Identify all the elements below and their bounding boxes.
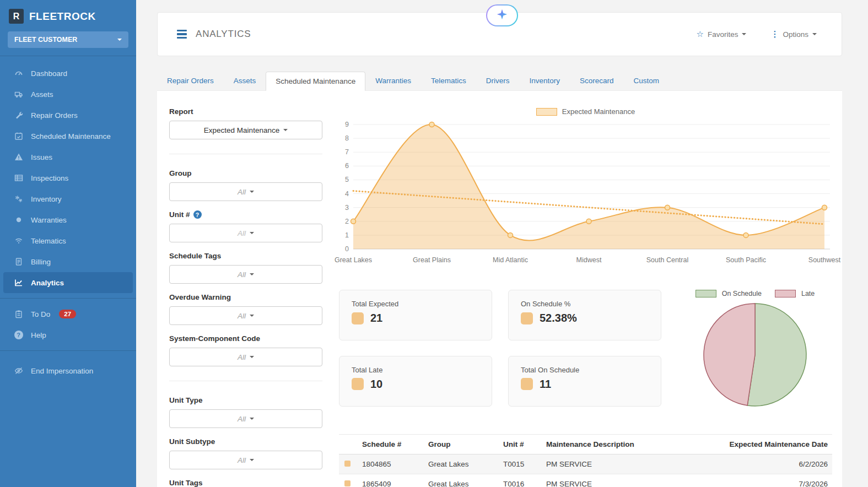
sidebar-item-warranties[interactable]: Warranties — [0, 209, 136, 230]
cell-group: Great Lakes — [424, 454, 499, 474]
svg-text:1: 1 — [345, 231, 349, 239]
group-filter-label: Group — [169, 169, 322, 177]
options-dropdown[interactable]: ⋮ Options — [770, 29, 817, 39]
unit-type-filter-value: All — [238, 415, 246, 423]
svg-text:7: 7 — [345, 148, 349, 156]
orange-square-icon — [352, 312, 364, 324]
sidebar-item-label: End Impersonation — [31, 367, 93, 375]
sidebar-item-inventory[interactable]: Inventory — [0, 188, 136, 209]
area-chart-legend: Expected Maintenance — [339, 107, 832, 116]
tab-repair-orders[interactable]: Repair Orders — [157, 71, 224, 90]
report-filter-value: Expected Maintenance — [204, 126, 279, 134]
sidebar-item-billing[interactable]: Billing — [0, 251, 136, 272]
system-component-filter-label: System-Component Code — [169, 334, 322, 343]
unit-type-filter-dropdown[interactable]: All — [169, 409, 322, 428]
filter-divider — [169, 154, 322, 154]
table-icon — [14, 174, 23, 183]
favorites-label: Favorites — [708, 30, 738, 39]
svg-text:South Central: South Central — [646, 256, 688, 264]
maintenance-table: Schedule # Group Unit # Maintenance Desc… — [339, 434, 832, 487]
chart-line-icon — [14, 278, 23, 288]
calendar-icon — [14, 132, 23, 141]
chevron-down-icon — [742, 33, 746, 35]
system-component-filter-dropdown[interactable]: All — [169, 348, 322, 366]
stat-card-total-on-schedule: Total On Schedule 11 — [508, 356, 661, 407]
sidebar-item-label: Billing — [31, 258, 51, 266]
overdue-warning-filter-label: Overdue Warning — [169, 293, 322, 301]
expected-maintenance-area-chart[interactable]: 0123456789Great LakesGreat PlainsMid Atl… — [339, 117, 832, 267]
stat-cards: Total Expected 21 On Schedule % 52.38% T… — [339, 290, 661, 410]
chevron-down-icon — [812, 33, 817, 35]
fleet-customer-label: FLEET CUSTOMER — [14, 36, 77, 44]
sidebar-item-inspections[interactable]: Inspections — [0, 167, 136, 188]
favorites-dropdown[interactable]: ☆ Favorites — [696, 29, 746, 39]
maintenance-table-wrap: Schedule # Group Unit # Maintenance Desc… — [339, 434, 832, 487]
report-filter-dropdown[interactable]: Expected Maintenance — [169, 121, 322, 139]
cell-date: 7/3/2026 — [716, 474, 832, 487]
sidebar-divider — [0, 298, 136, 299]
sidebar-item-analytics[interactable]: Analytics — [3, 272, 133, 293]
sidebar-item-dashboard[interactable]: Dashboard — [0, 63, 136, 84]
chevron-down-icon — [250, 273, 254, 275]
sidebar-item-telematics[interactable]: Telematics — [0, 230, 136, 251]
chevron-down-icon — [250, 191, 254, 193]
sparkle-icon — [496, 8, 508, 23]
charts-column: Expected Maintenance 0123456789Great Lak… — [339, 107, 832, 487]
sidebar-item-help[interactable]: ? Help — [0, 324, 136, 345]
tab-scorecard[interactable]: Scorecard — [570, 71, 624, 90]
app-logo: R FLEETROCK — [0, 0, 136, 31]
svg-text:Midwest: Midwest — [576, 256, 602, 264]
chevron-down-icon — [283, 129, 288, 131]
sidebar-item-end-impersonation[interactable]: End Impersonation — [0, 360, 136, 381]
pie-chart-block: On Schedule Late — [661, 290, 832, 410]
stat-value: 10 — [370, 378, 382, 391]
sidebar-item-label: Analytics — [31, 279, 64, 287]
tab-assets[interactable]: Assets — [224, 71, 266, 90]
tab-custom[interactable]: Custom — [624, 71, 670, 90]
unit-filter-dropdown[interactable]: All — [169, 224, 322, 242]
warning-icon — [14, 153, 23, 162]
tab-inventory[interactable]: Inventory — [519, 71, 570, 90]
group-filter-value: All — [238, 188, 246, 196]
orange-square-icon — [344, 461, 351, 467]
sidebar-item-repair-orders[interactable]: Repair Orders — [0, 105, 136, 126]
tab-drivers[interactable]: Drivers — [476, 71, 520, 90]
sidebar-item-label: Dashboard — [31, 69, 67, 78]
sidebar-item-issues[interactable]: Issues — [0, 147, 136, 167]
tab-warranties[interactable]: Warranties — [365, 71, 421, 90]
ai-assistant-button[interactable] — [486, 4, 518, 26]
sidebar-item-label: Scheduled Maintenance — [31, 132, 111, 140]
svg-text:Great Plains: Great Plains — [413, 256, 451, 264]
svg-text:2: 2 — [345, 218, 349, 225]
table-row[interactable]: 1865409 Great Lakes T0016 PM SERVICE 7/3… — [339, 474, 832, 487]
stat-card-total-expected: Total Expected 21 — [339, 290, 492, 340]
hamburger-menu-icon[interactable] — [177, 30, 187, 39]
sidebar-item-scheduled-maintenance[interactable]: Scheduled Maintenance — [0, 126, 136, 147]
tab-content: Report Expected Maintenance Group All Un… — [157, 90, 842, 487]
legend-label-on-schedule: On Schedule — [722, 290, 762, 297]
stat-card-on-schedule-pct: On Schedule % 52.38% — [508, 290, 661, 340]
unit-subtype-filter-dropdown[interactable]: All — [169, 451, 322, 469]
stat-label: Total Late — [352, 366, 479, 374]
cell-unit: T0015 — [499, 454, 542, 474]
svg-text:9: 9 — [345, 121, 349, 128]
legend-label: Expected Maintenance — [562, 107, 635, 116]
table-row[interactable]: 1804865 Great Lakes T0015 PM SERVICE 6/2… — [339, 454, 832, 474]
sidebar-item-todo[interactable]: To Do 27 — [0, 304, 136, 324]
schedule-tags-filter-dropdown[interactable]: All — [169, 265, 322, 284]
table-header-description: Maintenance Description — [542, 435, 716, 454]
sidebar-item-label: Help — [31, 331, 46, 339]
tab-scheduled-maintenance[interactable]: Scheduled Maintenance — [266, 72, 365, 91]
cell-group: Great Lakes — [424, 474, 499, 487]
star-icon: ☆ — [696, 29, 703, 39]
on-schedule-pie-chart[interactable] — [702, 302, 808, 410]
tab-telematics[interactable]: Telematics — [421, 71, 476, 90]
sidebar-item-label: Inspections — [31, 174, 68, 182]
fleet-customer-selector[interactable]: FLEET CUSTOMER — [8, 31, 128, 48]
group-filter-dropdown[interactable]: All — [169, 182, 322, 201]
help-icon[interactable]: ? — [193, 210, 202, 219]
sidebar-item-label: Telematics — [31, 237, 66, 245]
overdue-warning-filter-dropdown[interactable]: All — [169, 306, 322, 325]
unit-filter-value: All — [238, 229, 246, 237]
sidebar-item-assets[interactable]: Assets — [0, 84, 136, 105]
